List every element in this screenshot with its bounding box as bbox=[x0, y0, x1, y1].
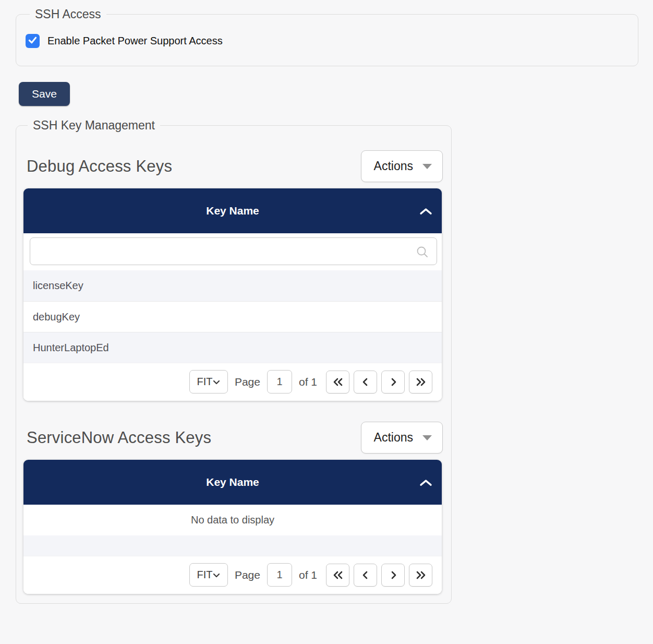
ssh-access-fieldset: SSH Access Enable Packet Power Support A… bbox=[16, 7, 638, 66]
table-row[interactable]: HunterLaptopEd bbox=[23, 332, 442, 363]
pagination-nav bbox=[326, 371, 432, 393]
servicenow-keys-table: Key Name No data to display FIT Page of … bbox=[23, 460, 442, 594]
column-header-label: Key Name bbox=[206, 476, 259, 488]
debug-keys-search-row bbox=[23, 233, 442, 270]
enable-support-label: Enable Packet Power Support Access bbox=[47, 35, 223, 47]
servicenow-keys-pagination: FIT Page of 1 bbox=[23, 556, 442, 594]
debug-keys-column-header[interactable]: Key Name bbox=[23, 188, 442, 233]
next-page-icon bbox=[388, 377, 398, 387]
debug-keys-title: Debug Access Keys bbox=[27, 157, 172, 176]
column-header-label: Key Name bbox=[206, 205, 259, 217]
last-page-icon bbox=[415, 570, 427, 580]
prev-page-icon bbox=[360, 570, 371, 580]
empty-row bbox=[23, 535, 442, 556]
ssh-key-management-fieldset: SSH Key Management Debug Access Keys Act… bbox=[16, 118, 452, 604]
chevron-up-icon bbox=[419, 208, 432, 215]
last-page-button[interactable] bbox=[409, 564, 432, 587]
last-page-icon bbox=[415, 377, 427, 387]
first-page-icon bbox=[332, 570, 344, 580]
no-data-message: No data to display bbox=[23, 505, 442, 535]
actions-button-label: Actions bbox=[374, 431, 413, 445]
chevron-down-icon bbox=[213, 379, 220, 385]
search-icon bbox=[416, 245, 429, 259]
next-page-icon bbox=[388, 570, 398, 580]
caret-down-icon bbox=[422, 435, 432, 440]
prev-page-button[interactable] bbox=[354, 371, 377, 393]
debug-keys-header: Debug Access Keys Actions bbox=[23, 150, 443, 182]
page-size-value: FIT bbox=[197, 376, 212, 388]
check-icon bbox=[27, 34, 38, 47]
debug-keys-search-input[interactable] bbox=[30, 237, 437, 265]
first-page-icon bbox=[332, 377, 344, 387]
servicenow-keys-title: ServiceNow Access Keys bbox=[27, 428, 211, 447]
page-size-select[interactable]: FIT bbox=[189, 370, 228, 393]
debug-keys-pagination: FIT Page of 1 bbox=[23, 363, 442, 401]
next-page-button[interactable] bbox=[381, 564, 405, 587]
page-size-select[interactable]: FIT bbox=[189, 563, 228, 587]
servicenow-keys-column-header[interactable]: Key Name bbox=[23, 460, 442, 505]
chevron-up-icon bbox=[419, 479, 432, 486]
save-button[interactable]: Save bbox=[19, 82, 70, 106]
pagination-nav bbox=[326, 564, 432, 587]
actions-button-label: Actions bbox=[374, 159, 413, 173]
debug-keys-table: Key Name licenseKey debugKey HunterLapto… bbox=[23, 188, 442, 401]
first-page-button[interactable] bbox=[326, 371, 349, 393]
ssh-key-management-legend: SSH Key Management bbox=[28, 118, 160, 133]
page-label: Page bbox=[235, 376, 260, 388]
page-count-label: of 1 bbox=[299, 569, 317, 581]
servicenow-keys-actions-button[interactable]: Actions bbox=[361, 422, 443, 454]
ssh-access-legend: SSH Access bbox=[30, 7, 106, 21]
first-page-button[interactable] bbox=[326, 564, 349, 587]
enable-support-row: Enable Packet Power Support Access bbox=[26, 34, 628, 48]
page-size-value: FIT bbox=[197, 569, 212, 581]
prev-page-icon bbox=[360, 377, 371, 387]
prev-page-button[interactable] bbox=[354, 564, 377, 587]
page-number-input[interactable] bbox=[267, 563, 292, 587]
enable-support-checkbox[interactable] bbox=[26, 34, 40, 48]
caret-down-icon bbox=[422, 164, 432, 169]
debug-keys-rows: licenseKey debugKey HunterLaptopEd bbox=[23, 270, 442, 363]
next-page-button[interactable] bbox=[381, 371, 405, 393]
chevron-down-icon bbox=[213, 573, 220, 578]
settings-page: SSH Access Enable Packet Power Support A… bbox=[0, 0, 653, 604]
page-label: Page bbox=[235, 569, 260, 581]
page-number-input[interactable] bbox=[267, 370, 292, 393]
last-page-button[interactable] bbox=[409, 371, 432, 393]
table-row[interactable]: licenseKey bbox=[23, 270, 442, 301]
table-row[interactable]: debugKey bbox=[23, 301, 442, 332]
servicenow-keys-header: ServiceNow Access Keys Actions bbox=[23, 422, 443, 454]
debug-keys-actions-button[interactable]: Actions bbox=[361, 150, 443, 182]
page-count-label: of 1 bbox=[299, 376, 317, 388]
